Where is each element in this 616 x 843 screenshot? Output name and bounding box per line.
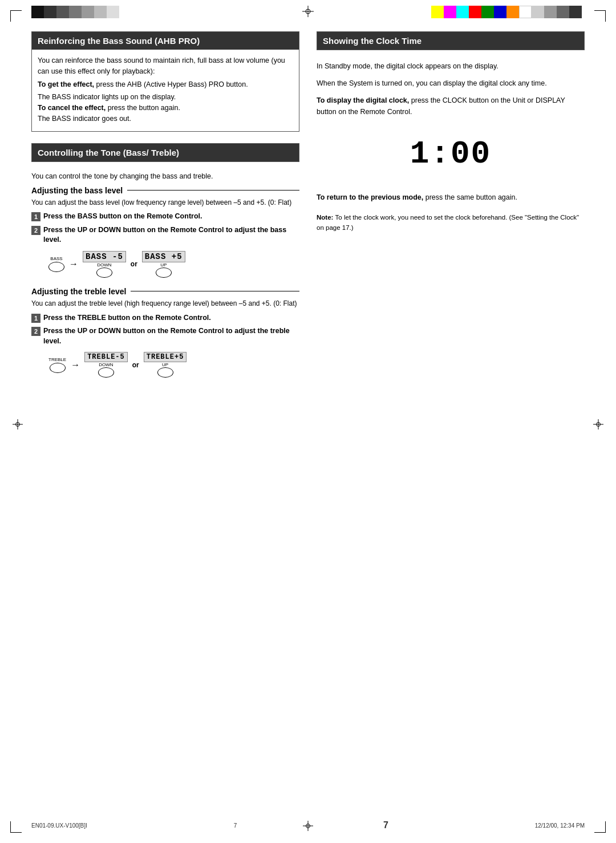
treble-arrow: → bbox=[71, 360, 80, 370]
reinforcing-bass-section: Reinforcing the Bass Sound (AHB PRO) You… bbox=[31, 31, 299, 132]
footer-left: EN01-09.UX-V100[B]I bbox=[31, 822, 87, 829]
bass-step-2-num: 2 bbox=[31, 226, 40, 235]
treble-heading-rule bbox=[131, 291, 299, 291]
reinforcing-para-4: To cancel the effect, press the button a… bbox=[38, 103, 293, 114]
bass-display-plus: BASS +5 bbox=[142, 251, 185, 262]
tone-section: Controlling the Tone (Bass/ Treble) You … bbox=[31, 143, 299, 378]
bass-btn-label: BASS bbox=[50, 256, 62, 261]
bass-button-group: BASS bbox=[48, 256, 64, 272]
clock-title: Showing the Clock Time bbox=[317, 32, 584, 50]
clock-note-text: To let the clock work, you need to set t… bbox=[317, 214, 579, 231]
down-btn-label: DOWN bbox=[97, 262, 111, 268]
reinforcing-para-3: The BASS indicator lights up on the disp… bbox=[38, 92, 293, 103]
bass-display-minus-group: BASS -5 DOWN bbox=[83, 251, 126, 278]
swatch-yellow bbox=[431, 6, 444, 18]
big-clock-display: 1:00 bbox=[317, 129, 585, 180]
treble-btn-oval bbox=[50, 363, 66, 373]
treble-or-text: or bbox=[132, 361, 139, 369]
treble-up-btn-label: UP bbox=[162, 362, 168, 367]
top-black-swatches bbox=[31, 6, 119, 18]
clock-section: Showing the Clock Time In Standby mode, … bbox=[317, 31, 585, 233]
treble-up-btn-oval bbox=[157, 367, 173, 378]
clock-para-4: To return to the previous mode, press th… bbox=[317, 192, 585, 203]
down-btn-oval bbox=[96, 268, 112, 278]
swatch-magenta bbox=[444, 6, 456, 18]
treble-display-minus-group: TREBLE-5 DOWN bbox=[84, 352, 128, 378]
clock-note-label: Note: bbox=[317, 214, 335, 221]
treble-display-plus: TREBLE+5 bbox=[144, 352, 187, 362]
bass-heading: Adjusting the bass level bbox=[31, 186, 123, 195]
treble-diagram: TREBLE → TREBLE-5 DOWN or bbox=[48, 352, 299, 378]
tone-section-box: Controlling the Tone (Bass/ Treble) bbox=[31, 143, 299, 162]
corner-mark-br bbox=[594, 821, 606, 833]
crosshair-right bbox=[593, 419, 603, 431]
clock-para-1: In Standby mode, the digital clock appea… bbox=[317, 60, 585, 72]
clock-digits: 1:00 bbox=[410, 136, 491, 172]
up-btn-oval bbox=[156, 268, 172, 278]
reinforcing-bass-content: You can reinforce the bass sound to main… bbox=[32, 50, 299, 131]
swatch-mgray bbox=[544, 6, 557, 18]
treble-step-2-num: 2 bbox=[31, 327, 40, 336]
bass-btn-oval bbox=[48, 262, 64, 272]
reinforcing-para-5: The BASS indicator goes out. bbox=[38, 114, 293, 124]
treble-btn-label: TREBLE bbox=[48, 357, 66, 362]
swatch-black bbox=[569, 6, 582, 18]
bass-step-2-text: Press the UP or DOWN button on the Remot… bbox=[43, 225, 299, 245]
treble-step-2: 2 Press the UP or DOWN button on the Rem… bbox=[31, 326, 299, 346]
clock-note: Note: To let the clock work, you need to… bbox=[317, 212, 585, 233]
treble-display-minus: TREBLE-5 bbox=[84, 352, 128, 362]
treble-step-2-text: Press the UP or DOWN button on the Remot… bbox=[43, 326, 299, 346]
swatch-blue bbox=[494, 6, 506, 18]
treble-button-group: TREBLE bbox=[48, 357, 66, 373]
crosshair-left bbox=[13, 419, 23, 431]
treble-display-plus-group: TREBLE+5 UP bbox=[144, 352, 187, 378]
footer-center: 7 bbox=[234, 822, 237, 829]
bass-or-text: or bbox=[131, 260, 137, 268]
clock-para-2: When the System is turned on, you can di… bbox=[317, 78, 585, 89]
bass-arrow: → bbox=[69, 259, 78, 269]
bass-step-1: 1 Press the BASS button on the Remote Co… bbox=[31, 212, 299, 222]
corner-mark-bl bbox=[10, 821, 22, 833]
swatch-white bbox=[519, 6, 532, 18]
swatch-orange bbox=[506, 6, 519, 18]
treble-down-btn-label: DOWN bbox=[99, 362, 113, 367]
reinforcing-para-2: To get the effect, press the AHB (Active… bbox=[38, 79, 293, 90]
swatch-green bbox=[481, 6, 494, 18]
bass-step-1-text: Press the BASS button on the Remote Cont… bbox=[43, 212, 202, 222]
footer: EN01-09.UX-V100[B]I 7 7 12/12/00, 12:34 … bbox=[31, 820, 585, 830]
bass-display-plus-group: BASS +5 UP bbox=[142, 251, 185, 278]
swatch-lgray bbox=[532, 6, 544, 18]
bass-step-2: 2 Press the UP or DOWN button on the Rem… bbox=[31, 225, 299, 245]
page-content: Reinforcing the Bass Sound (AHB PRO) You… bbox=[31, 31, 585, 812]
clock-para-3: To display the digital clock, press the … bbox=[317, 95, 585, 117]
swatch-cyan bbox=[456, 6, 469, 18]
clock-content: In Standby mode, the digital clock appea… bbox=[317, 60, 585, 233]
up-btn-label: UP bbox=[160, 262, 167, 268]
bass-display-minus: BASS -5 bbox=[83, 251, 126, 262]
bass-subsection: Adjusting the bass level You can adjust … bbox=[31, 186, 299, 278]
treble-desc: You can adjust the treble level (high fr… bbox=[31, 299, 299, 309]
treble-step-1: 1 Press the TREBLE button on the Remote … bbox=[31, 313, 299, 323]
bass-heading-line: Adjusting the bass level bbox=[31, 186, 299, 195]
crosshair-top bbox=[302, 6, 314, 19]
page-number: 7 bbox=[383, 820, 388, 830]
treble-down-btn-oval bbox=[98, 367, 114, 378]
reinforcing-para-1: You can reinforce the bass sound to main… bbox=[38, 55, 293, 77]
corner-mark-tr bbox=[594, 10, 606, 22]
clock-para-3-bold: To display the digital clock, bbox=[317, 96, 409, 104]
swatch-red bbox=[469, 6, 481, 18]
clock-section-box: Showing the Clock Time bbox=[317, 31, 585, 50]
top-color-swatches bbox=[431, 6, 582, 18]
swatch-dgray bbox=[557, 6, 569, 18]
treble-heading: Adjusting the treble level bbox=[31, 287, 126, 296]
bass-diagram: BASS → BASS -5 DOWN or bbox=[48, 251, 299, 278]
treble-heading-line: Adjusting the treble level bbox=[31, 287, 299, 296]
tone-title: Controlling the Tone (Bass/ Treble) bbox=[32, 144, 299, 161]
two-column-layout: Reinforcing the Bass Sound (AHB PRO) You… bbox=[31, 31, 585, 387]
left-column: Reinforcing the Bass Sound (AHB PRO) You… bbox=[31, 31, 299, 387]
corner-mark-tl bbox=[10, 10, 22, 22]
clock-para-4-bold: To return to the previous mode, bbox=[317, 193, 423, 201]
bass-step-1-num: 1 bbox=[31, 212, 40, 221]
right-column: Showing the Clock Time In Standby mode, … bbox=[317, 31, 585, 387]
treble-subsection: Adjusting the treble level You can adjus… bbox=[31, 287, 299, 378]
